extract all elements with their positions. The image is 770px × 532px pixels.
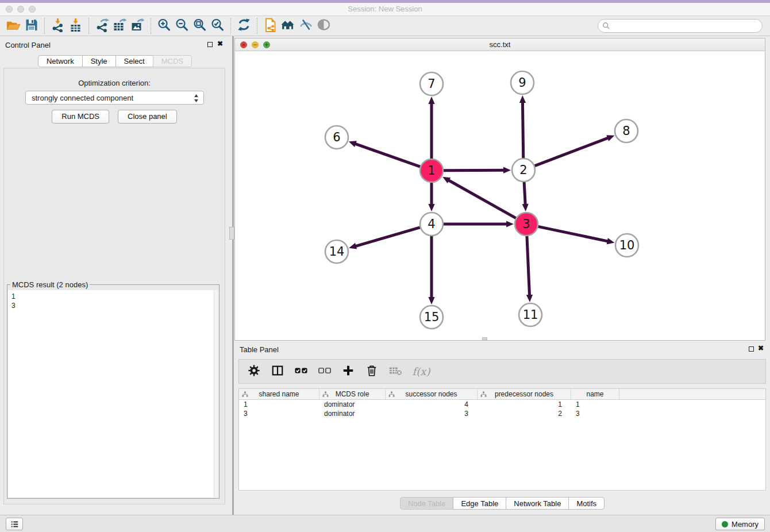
edge-1-to-7[interactable] [428, 97, 434, 159]
edge-1-to-4[interactable] [428, 183, 434, 211]
column-label: MCDS role [336, 390, 369, 398]
save-icon [24, 18, 38, 34]
float-panel-icon[interactable] [207, 42, 213, 47]
panel-divider-handle[interactable] [229, 227, 234, 240]
column-header-predecessor-nodes[interactable]: predecessor nodes [478, 389, 571, 399]
table-settings-button[interactable] [247, 364, 261, 379]
toolbar-separator [88, 18, 89, 34]
open-session-button[interactable] [5, 18, 22, 34]
network-close-button[interactable] [240, 41, 247, 48]
search-input[interactable] [610, 22, 762, 30]
new-network-file-button[interactable] [261, 18, 279, 34]
save-session-button[interactable] [22, 18, 40, 34]
hide-selected-button[interactable] [297, 18, 315, 34]
edge-4-to-14[interactable] [349, 228, 420, 249]
column-header-MCDS-role[interactable]: MCDS role [319, 389, 386, 399]
edge-3-to-1[interactable] [442, 177, 516, 218]
tab-network-table[interactable]: Network Table [506, 497, 569, 510]
zoom-fit-button[interactable] [191, 18, 209, 34]
fx-icon: f(x) [413, 365, 430, 377]
selected-option: strongly connected component [32, 94, 133, 102]
window-title: Session: New Session [0, 3, 770, 16]
eye-slash-icon [299, 18, 313, 34]
edge-4-to-15[interactable] [428, 236, 434, 304]
zoom-selected-button[interactable] [209, 18, 226, 34]
tree-icon [242, 391, 248, 398]
edge-4-to-3[interactable] [444, 221, 514, 227]
tab-network[interactable]: Network [38, 55, 83, 67]
column-header-successor-nodes[interactable]: successor nodes [386, 389, 478, 399]
float-table-panel-icon[interactable] [749, 346, 754, 352]
deselect-all-rows-button[interactable] [317, 364, 332, 379]
zoom-in-button[interactable] [155, 18, 173, 34]
graph-node-14[interactable]: 14 [325, 240, 348, 263]
column-header-shared-name[interactable]: shared name [239, 389, 319, 399]
search-box[interactable] [598, 19, 763, 33]
column-visibility-button[interactable] [270, 364, 285, 379]
export-image-button[interactable] [129, 18, 147, 34]
graph-node-9[interactable]: 9 [511, 71, 534, 94]
graph-node-10[interactable]: 10 [615, 234, 638, 257]
edge-2-to-8[interactable] [535, 135, 615, 165]
edge-1-to-6[interactable] [349, 141, 420, 167]
graph-node-8[interactable]: 8 [615, 119, 638, 142]
export-table-icon [113, 18, 127, 34]
optimization-criterion-select[interactable]: strongly connected component [25, 91, 204, 105]
graph-node-3[interactable]: 3 [515, 213, 538, 236]
select-all-rows-button[interactable] [294, 364, 309, 379]
edge-1-to-2[interactable] [444, 167, 511, 174]
edge-3-to-11[interactable] [526, 236, 533, 302]
list-icon [10, 519, 20, 529]
tab-motifs[interactable]: Motifs [568, 497, 605, 510]
graph-node-2[interactable]: 2 [512, 159, 535, 182]
canvas-resize-handle[interactable] [482, 337, 487, 340]
memory-button[interactable]: Memory [715, 518, 765, 530]
graph-node-1[interactable]: 1 [420, 159, 443, 182]
column-header-name[interactable]: name [571, 389, 619, 399]
tab-node-table[interactable]: Node Table [400, 497, 454, 510]
graph-node-4[interactable]: 4 [420, 213, 443, 236]
graph-node-7[interactable]: 7 [420, 72, 443, 95]
tab-edge-table[interactable]: Edge Table [453, 497, 506, 510]
close-panel-button[interactable]: Close panel [118, 110, 177, 124]
delete-column-button[interactable] [364, 364, 379, 379]
zoom-out-button[interactable] [173, 18, 191, 34]
mcds-result-list[interactable]: 13 [8, 290, 218, 498]
window-close-button[interactable] [6, 6, 13, 13]
network-minimize-button[interactable] [252, 41, 259, 48]
close-table-panel-icon[interactable]: ✖ [758, 344, 764, 352]
edge-2-to-3[interactable] [522, 182, 529, 211]
panel-divider[interactable] [232, 36, 234, 515]
export-network-button[interactable] [93, 18, 111, 34]
import-network-button[interactable] [49, 18, 67, 34]
run-mcds-button[interactable]: Run MCDS [52, 110, 109, 124]
table-row[interactable]: 1dominator411 [239, 400, 765, 409]
graph-node-11[interactable]: 11 [519, 303, 542, 326]
export-table-button[interactable] [111, 18, 129, 34]
network-zoom-button[interactable] [263, 41, 270, 48]
tab-style[interactable]: Style [82, 55, 116, 67]
edge-3-to-10[interactable] [538, 226, 615, 244]
network-canvas[interactable]: 7968124314101511 [235, 51, 765, 340]
add-column-button[interactable] [341, 364, 356, 379]
control-panel-title: Control Panel [5, 41, 51, 49]
result-scrollbar[interactable] [214, 290, 218, 498]
graph-node-6[interactable]: 6 [325, 126, 348, 149]
table-row[interactable]: 3dominator323 [239, 409, 765, 418]
import-table-button[interactable] [67, 18, 84, 34]
task-history-button[interactable] [6, 518, 23, 530]
window-minimize-button[interactable] [17, 6, 24, 13]
edge-2-to-9[interactable] [519, 95, 526, 158]
window-zoom-button[interactable] [29, 6, 36, 13]
show-all-button[interactable] [315, 18, 333, 34]
tab-mcds[interactable]: MCDS [153, 55, 192, 67]
table-cell: 3 [239, 409, 319, 418]
tab-select[interactable]: Select [116, 55, 153, 67]
close-panel-icon[interactable]: ✖ [217, 40, 223, 48]
table-header-row: shared nameMCDS rolesuccessor nodesprede… [239, 389, 765, 400]
toolbar-separator [151, 18, 151, 34]
graph-node-15[interactable]: 15 [420, 306, 443, 329]
network-window-titlebar[interactable]: scc.txt [235, 38, 765, 51]
refresh-layout-button[interactable] [235, 18, 253, 34]
nested-network-button[interactable] [279, 18, 297, 34]
